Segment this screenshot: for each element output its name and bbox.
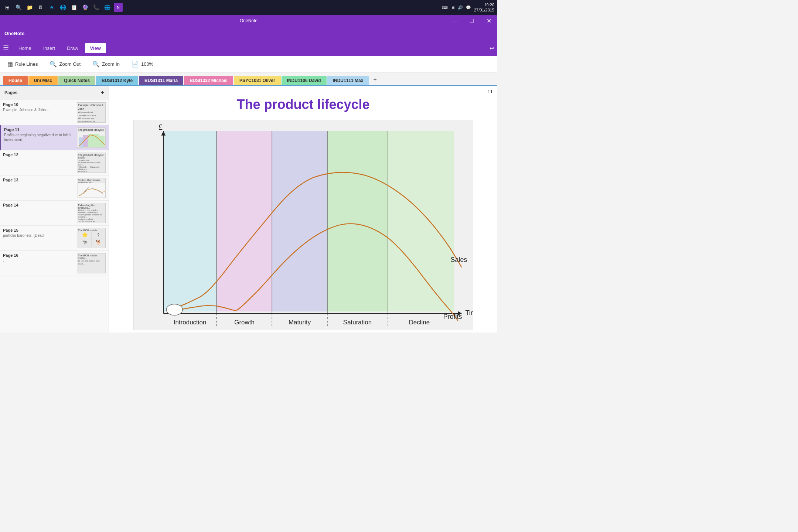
svg-rect-6 — [78, 183, 105, 197]
svg-text:Maturity: Maturity — [288, 319, 311, 326]
svg-text:Time: Time — [465, 309, 473, 317]
page-item-15[interactable]: Page 15 portfolio baronets. (Dead The BC… — [0, 226, 109, 251]
zoom-in-icon: 🔍 — [92, 61, 100, 68]
tab-uni-misc[interactable]: Uni Misc — [28, 76, 58, 85]
content-area: 11 The product lifecycle — [109, 86, 497, 332]
tab-busi1311-maria[interactable]: BUSI1311 Maria — [139, 76, 183, 85]
browser-icon[interactable]: 🖥 — [36, 3, 45, 12]
zoom-out-icon: 🔍 — [50, 61, 57, 68]
page-title-16: Page 16 — [3, 253, 74, 258]
taskbar-time: 19:20 27/01/2015 — [474, 2, 494, 13]
svg-text:🐄: 🐄 — [82, 239, 88, 245]
svg-text:Growth: Growth — [234, 319, 255, 326]
pages-label: Pages — [4, 90, 17, 95]
toolbar: ▦ Rule Lines 🔍 Zoom Out 🔍 Zoom In 📄 100% — [0, 56, 497, 72]
close-button[interactable]: ✕ — [480, 15, 497, 27]
zoom-level-display[interactable]: 📄 100% — [129, 59, 156, 69]
svg-rect-18 — [272, 131, 327, 311]
app1-icon[interactable]: 🌐 — [58, 3, 67, 12]
tab-busi1312[interactable]: BUSI1312 Kyle — [96, 76, 138, 85]
tab-psyc1031[interactable]: PSYC1031 Oliver — [234, 76, 281, 85]
page-sub-10: Example: Johnson & John... — [3, 108, 74, 112]
tab-indu1106[interactable]: INDU1106 David — [282, 76, 327, 85]
volume-icon[interactable]: 🔊 — [458, 5, 463, 10]
page-number: 11 — [488, 89, 493, 94]
rule-lines-button[interactable]: ▦ Rule Lines — [4, 59, 41, 69]
tab-quick-notes[interactable]: Quick Notes — [58, 76, 95, 85]
add-tab-button[interactable]: + — [369, 75, 380, 85]
page-item-11[interactable]: Page 11 Profits at beginning negative du… — [0, 125, 109, 150]
page-thumbnail-11: The product lifecycle — [77, 127, 106, 148]
app-title: OneNote — [4, 31, 24, 36]
page-title-11: Page 11 — [4, 127, 74, 132]
app2-icon[interactable]: 📋 — [69, 3, 78, 12]
title-bar-label: OneNote — [240, 18, 258, 23]
ie-icon[interactable]: e — [47, 3, 56, 12]
page-item-16[interactable]: Page 16 . The BCG matrix expla... To use… — [0, 251, 109, 276]
svg-text:Sales: Sales — [450, 256, 467, 263]
content-title: The product lifecycle — [120, 97, 486, 112]
svg-rect-5 — [99, 136, 105, 147]
tab-busi1332[interactable]: BUSI1332 Michael — [184, 76, 233, 85]
svg-text:⭐: ⭐ — [82, 232, 88, 238]
page-sub-15: portfolio baronets. (Dead — [3, 233, 74, 238]
windows-icon[interactable]: ⊞ — [3, 3, 12, 12]
rule-lines-icon: ▦ — [7, 61, 13, 68]
hamburger-menu[interactable]: ☰ — [3, 44, 9, 52]
page-title-15: Page 15 — [3, 228, 74, 232]
onenote-taskbar-icon[interactable]: N — [114, 3, 123, 12]
page-thumbnail-15: The BCG matrix ⭐ ? 🐄 🐕 — [77, 228, 106, 248]
add-page-button[interactable]: + — [101, 89, 104, 96]
ribbon: ☰ Home Insert Draw View ↩ — [0, 40, 497, 56]
page-sub-16: . — [3, 258, 74, 263]
chat-icon[interactable]: 💬 — [466, 5, 471, 10]
page-thumbnail-16: The BCG matrix expla... To use the matri… — [77, 253, 106, 273]
page-item-14[interactable]: Page 14 Extending the product... • Exten… — [0, 201, 109, 226]
svg-text:Profits: Profits — [443, 313, 462, 320]
undo-button[interactable]: ↩ — [490, 45, 494, 52]
search-icon[interactable]: 🔍 — [14, 3, 23, 12]
page-item-10[interactable]: Page 10 Example: Johnson & John... Examp… — [0, 100, 109, 125]
minimize-button[interactable]: — — [446, 15, 463, 27]
page-title-10: Page 10 — [3, 102, 74, 107]
page-title-13: Page 13 — [3, 178, 74, 182]
zoom-in-button[interactable]: 🔍 Zoom In — [89, 59, 123, 69]
page-sub-11: Profits at beginning negative due to ini… — [4, 133, 74, 142]
monitor-icon[interactable]: 🖥 — [451, 5, 455, 10]
tab-indu1111[interactable]: INDU1111 Max — [327, 76, 369, 85]
page-thumbnail-14: Extending the product... • Extend lifecy… — [77, 203, 106, 223]
page-info-12: Page 12 — [3, 153, 74, 158]
svg-rect-20 — [388, 131, 454, 311]
tab-view[interactable]: View — [85, 43, 106, 53]
files-icon[interactable]: 📁 — [25, 3, 34, 12]
page-info-16: Page 16 . — [3, 253, 74, 263]
page-thumbnail-10: Example: Johnson & John • Decentralized … — [77, 102, 106, 123]
svg-text:Introduction: Introduction — [173, 319, 206, 326]
main-layout: Pages + Page 10 Example: Johnson & John.… — [0, 86, 497, 332]
tab-house[interactable]: House — [3, 76, 28, 85]
maximize-button[interactable]: □ — [463, 15, 480, 27]
page-info-13: Page 13 — [3, 178, 74, 183]
zoom-out-button[interactable]: 🔍 Zoom Out — [47, 59, 83, 69]
chrome-icon[interactable]: 🌐 — [103, 3, 112, 12]
tab-home[interactable]: Home — [13, 43, 37, 53]
title-bar-controls: — □ ✕ — [446, 15, 497, 27]
page-title-12: Page 12 — [3, 153, 74, 157]
page-item-13[interactable]: Page 13 Product lifecycle and extension … — [0, 175, 109, 201]
tab-insert[interactable]: Insert — [38, 43, 61, 53]
taskbar: ⊞ 🔍 📁 🖥 e 🌐 📋 🔮 📞 🌐 N ⌨ 🖥 🔊 💬 19:20 27/0… — [0, 0, 497, 15]
svg-text:Saturation: Saturation — [343, 319, 371, 326]
app3-icon[interactable]: 🔮 — [81, 3, 89, 12]
svg-text:£: £ — [158, 122, 162, 132]
tab-draw[interactable]: Draw — [62, 43, 83, 53]
page-info-10: Page 10 Example: Johnson & John... — [3, 102, 74, 112]
svg-text:Decline: Decline — [409, 319, 430, 326]
taskbar-right: ⌨ 🖥 🔊 💬 19:20 27/01/2015 — [442, 2, 494, 13]
page-thumbnail-12: The product lifecycle expla Introduction… — [77, 153, 106, 173]
zoom-out-label: Zoom Out — [59, 61, 81, 67]
page-item-12[interactable]: Page 12 The product lifecycle expla Intr… — [0, 150, 109, 175]
sidebar-header: Pages + — [0, 86, 109, 100]
svg-rect-19 — [327, 131, 388, 311]
keyboard-icon[interactable]: ⌨ — [442, 5, 448, 10]
viber-icon[interactable]: 📞 — [92, 3, 100, 12]
